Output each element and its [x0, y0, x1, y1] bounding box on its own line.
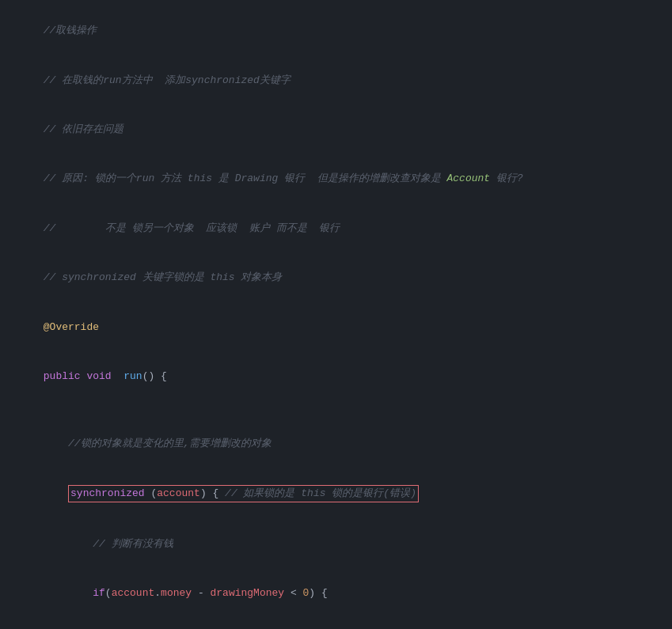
- code-line: if(account.money - drawingMoney < 0) {: [0, 569, 672, 618]
- code-line: // 依旧存在问题: [0, 105, 672, 154]
- code-line: [0, 401, 672, 419]
- code-line: @Override: [0, 303, 672, 352]
- code-line: // 原因: 锁的一个run 方法 this 是 Drawing 银行 但是操作…: [0, 154, 672, 203]
- code-line: // 不是 锁另一个对象 应该锁 账户 而不是 银行: [0, 204, 672, 253]
- code-line: // synchronized 关键字锁的是 this 对象本身: [0, 253, 672, 302]
- code-line: // 判断有没有钱: [0, 519, 672, 568]
- code-line: public void run() {: [0, 352, 672, 401]
- code-line-highlighted: synchronized (account) { // 如果锁的是 this 锁…: [0, 468, 672, 519]
- code-line: // 在取钱的run方法中 添加synchronized关键字: [0, 55, 672, 104]
- code-line: //取钱操作: [0, 6, 672, 55]
- code-editor: //取钱操作 // 在取钱的run方法中 添加synchronized关键字 /…: [0, 0, 672, 629]
- code-line: //锁的对象就是变化的里,需要增删改的对象: [0, 419, 672, 468]
- code-line: System.out.println(Thread.currentThread(…: [0, 618, 672, 629]
